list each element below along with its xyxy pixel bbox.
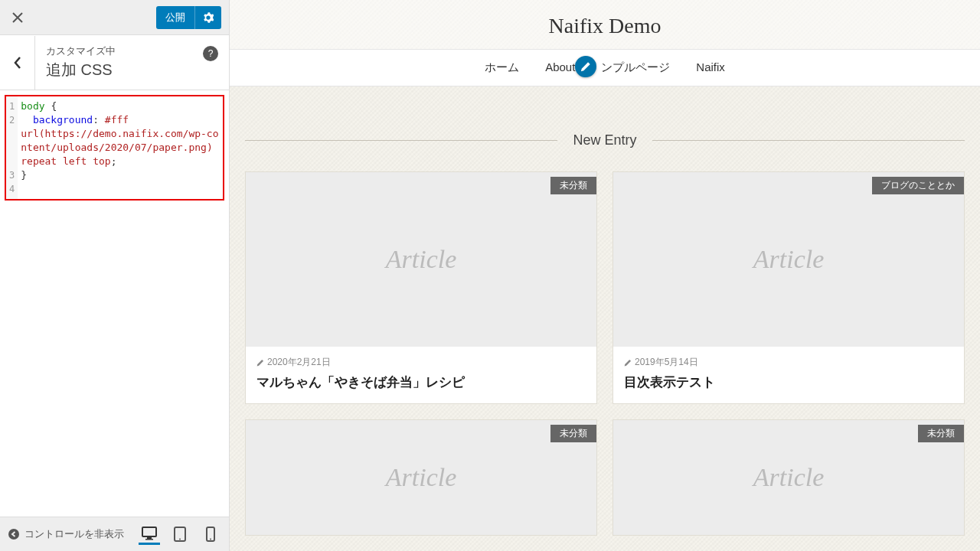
edit-shortcut-button[interactable] <box>575 56 596 77</box>
device-tablet-button[interactable] <box>169 523 191 545</box>
entry-thumbnail: Article <box>246 420 596 535</box>
desktop-icon <box>142 527 157 540</box>
pencil-icon <box>256 359 264 367</box>
preview-pane[interactable]: Naifix Demo ホーム About ンプルページ Naifix New … <box>230 0 980 551</box>
nav-item-about[interactable]: About <box>545 60 575 75</box>
nav-item-naifix[interactable]: Naifix <box>696 60 725 75</box>
svg-point-7 <box>210 539 211 540</box>
customizer-top-bar: 公開 <box>0 0 229 35</box>
site-nav: ホーム About ンプルページ Naifix <box>230 49 980 86</box>
entry-title: 目次表示テスト <box>624 373 953 391</box>
site-header: Naifix Demo <box>230 0 980 49</box>
section-title: New Entry <box>557 132 652 148</box>
device-mobile-button[interactable] <box>200 523 221 545</box>
entry-thumbnail: Article <box>613 420 964 535</box>
entry-date: 2019年5月14日 <box>624 356 953 369</box>
preview-site: Naifix Demo ホーム About ンプルページ Naifix New … <box>230 0 980 551</box>
entry-thumbnail: Article <box>246 172 596 347</box>
customizer-bottom-bar: コントロールを非表示 <box>0 517 229 551</box>
gear-icon <box>203 12 214 23</box>
customizer-panel: 公開 カスタマイズ中 追加 CSS ? 1234 body { backgrou… <box>0 0 230 551</box>
entry-title: マルちゃん「やきそば弁当」レシピ <box>256 373 586 391</box>
svg-rect-1 <box>142 527 156 536</box>
collapse-controls-button[interactable]: コントロールを非表示 <box>8 527 124 541</box>
breadcrumb-label: カスタマイズ中 <box>46 44 218 58</box>
entry-card[interactable]: 未分類 Article <box>245 419 597 536</box>
collapse-icon <box>8 528 20 540</box>
entry-card[interactable]: ブログのこととか Article 2019年5月14日 目次表示テスト <box>612 171 965 404</box>
entry-card[interactable]: 未分類 Article <box>612 419 965 536</box>
help-button[interactable]: ? <box>203 46 218 61</box>
site-title[interactable]: Naifix Demo <box>230 14 980 38</box>
svg-rect-2 <box>147 537 152 539</box>
line-gutter: 1234 <box>6 96 18 199</box>
breadcrumb: カスタマイズ中 追加 CSS ? <box>0 35 229 90</box>
entry-thumbnail: Article <box>613 172 964 347</box>
publish-settings-button[interactable] <box>194 6 221 29</box>
pencil-icon <box>624 359 632 367</box>
back-button[interactable] <box>0 36 35 90</box>
css-editor-wrap: 1234 body { background: #fff url(https:/… <box>0 90 229 517</box>
chevron-left-icon <box>13 56 22 70</box>
nav-item-label: ンプルページ <box>601 60 670 73</box>
entry-grid: 未分類 Article 2020年2月21日 マルちゃん「やきそば弁当」レシピ … <box>230 171 980 536</box>
svg-rect-3 <box>145 539 153 540</box>
collapse-label: コントロールを非表示 <box>24 527 124 541</box>
css-code-area[interactable]: body { background: #fff url(https://demo… <box>18 96 223 199</box>
svg-point-5 <box>179 539 181 540</box>
breadcrumb-title: 追加 CSS <box>46 60 218 80</box>
publish-group: 公開 <box>156 6 221 29</box>
section-header: New Entry <box>245 132 965 148</box>
pencil-icon <box>580 61 591 72</box>
svg-point-0 <box>8 529 19 540</box>
tablet-icon <box>174 527 186 542</box>
category-badge: 未分類 <box>918 425 964 442</box>
nav-item-sample[interactable]: ンプルページ <box>601 60 670 75</box>
nav-item-home[interactable]: ホーム <box>485 60 519 75</box>
close-button[interactable] <box>0 0 35 35</box>
entry-card[interactable]: 未分類 Article 2020年2月21日 マルちゃん「やきそば弁当」レシピ <box>245 171 597 404</box>
css-editor[interactable]: 1234 body { background: #fff url(https:/… <box>5 95 224 201</box>
category-badge: 未分類 <box>550 177 596 194</box>
close-icon <box>11 11 24 24</box>
publish-button[interactable]: 公開 <box>156 6 194 29</box>
entry-date: 2020年2月21日 <box>256 356 586 369</box>
category-badge: 未分類 <box>550 425 596 442</box>
device-desktop-button[interactable] <box>139 523 160 545</box>
mobile-icon <box>206 527 215 542</box>
category-badge: ブログのこととか <box>872 177 964 194</box>
